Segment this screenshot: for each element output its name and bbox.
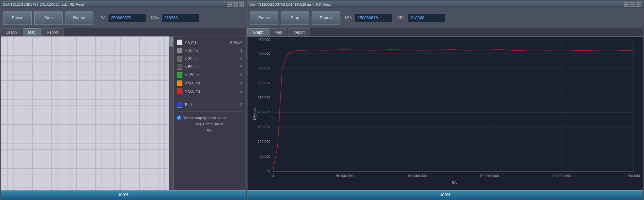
legend-checkbox-row: Disable map dynamic update [177,116,242,120]
title-2: Disk TS128GSSD370S-D314190525 task : RD-… [249,3,330,6]
tab-content-1: < 5 ms 976834 < 10 ms 1 < 20 ms 0 < 50 m… [1,36,246,199]
svg-text:200 000: 200 000 [258,111,270,114]
toolbar-1: Pause Stop Report LBA KB/s [1,8,246,28]
legend-item-over500ms: > 500 ms 0 [177,89,242,94]
tab-report-2[interactable]: Report [288,28,310,36]
tabs-1: Graph Map Report [1,28,246,36]
window-2: Disk TS128GSSD370S-D314190525 task : RD-… [247,1,643,199]
title-bar-buttons-2: — □ ✕ [624,2,641,7]
legend-value-over500ms: 0 [227,89,242,94]
map-area-1: < 5 ms 976834 < 10 ms 1 < 20 ms 0 < 50 m… [1,36,246,190]
legend-queue-label: Map Udate Queue [177,122,242,126]
kbs-input-2[interactable] [408,14,446,22]
legend-value-500ms: 0 [227,81,242,85]
minimize-btn-1[interactable]: — [227,2,232,7]
tab-graph-2[interactable]: Graph [247,28,269,36]
title-bar-1: Disk TS128GSSD370S-D314190525 task : RD-… [1,1,246,8]
svg-text:400 000: 400 000 [258,51,270,55]
legend-item-50ms: < 50 ms 0 [177,64,242,70]
svg-text:50 000: 50 000 [260,154,270,158]
title-bar-2: Disk TS128GSSD370S-D314190525 task : RD-… [247,1,643,8]
stop-button-1[interactable]: Stop [34,11,63,25]
map-legend: < 5 ms 976834 < 10 ms 1 < 20 ms 0 < 50 m… [173,36,246,190]
svg-text:0: 0 [268,169,270,173]
maximize-btn-2[interactable]: □ [630,2,635,7]
legend-item-bads: Bads 0 [177,102,242,108]
legend-value-bads: 0 [227,103,242,107]
legend-queue-percent: 0% [177,128,242,132]
report-button-1[interactable]: Report [65,11,93,25]
title-1: Disk TS128GSSD370S-D314190525 task : RD-… [3,3,84,6]
svg-text:250 000: 250 000 [258,96,270,100]
svg-text:0: 0 [272,174,274,178]
window-1: Disk TS128GSSD370S-D314190525 task : RD-… [1,1,246,199]
tab-map-1[interactable]: Map [23,28,41,36]
tab-map-2[interactable]: Map [269,28,287,36]
svg-text:100 000 000: 100 000 000 [408,174,427,178]
svg-text:200 000 000: 200 000 000 [552,174,571,178]
kbs-input-1[interactable] [161,14,199,22]
pause-button-2[interactable]: Pause [250,11,278,25]
legend-label-5ms: < 5 ms [185,40,224,45]
lba-label-1: LBA [98,16,106,20]
legend-value-50ms: 0 [227,65,242,69]
maximize-btn-1[interactable]: □ [233,2,238,7]
lba-input-1[interactable] [108,14,146,22]
map-scrollbar[interactable] [169,36,173,190]
legend-label-150ms: < 150 ms [185,73,224,77]
close-btn-2[interactable]: ✕ [636,2,641,7]
legend-divider [177,98,242,98]
legend-color-bads [177,102,182,108]
disable-map-label: Disable map dynamic update [183,116,227,120]
lba-label-2: LBA [345,16,352,20]
tab-report-1[interactable]: Report [42,28,64,36]
minimize-btn-2[interactable]: — [624,2,629,7]
graph-container: KBytes/s [247,37,643,190]
legend-item-150ms: < 150 ms 0 [177,72,242,78]
svg-text:350 000: 350 000 [258,66,270,70]
legend-label-500ms: < 500 ms [185,81,224,85]
pause-button-1[interactable]: Pause [3,11,32,25]
legend-label-over500ms: > 500 ms [185,89,224,94]
legend-color-10ms [177,48,182,53]
legend-item-5ms: < 5 ms 976834 [177,40,242,45]
scrollbar-thumb[interactable] [169,37,173,46]
legend-color-20ms [177,56,182,62]
status-bar-1: 100% [1,190,246,199]
status-bar-2: 100% [247,190,643,199]
legend-label-50ms: < 50 ms [185,65,224,69]
svg-text:450 000: 450 000 [258,38,270,41]
kbs-label-2: KB/s [397,16,405,20]
svg-text:250 000: 250 000 [627,174,640,178]
legend-color-500ms [177,80,182,86]
legend-label-10ms: < 10 ms [185,48,224,53]
graph-svg: 0 50 000 100 000 150 000 200 000 250 000… [247,37,643,190]
legend-item-500ms: < 500 ms 0 [177,80,242,86]
svg-text:300 000: 300 000 [258,81,270,85]
title-bar-buttons-1: — □ ✕ [227,2,244,7]
legend-color-50ms [177,64,182,70]
map-grid [1,36,169,190]
lba-input-2[interactable] [355,14,392,22]
legend-label-bads: Bads [185,103,224,107]
svg-text:50 000 000: 50 000 000 [336,174,353,178]
svg-text:100 000: 100 000 [258,140,270,143]
toolbar-2: Pause Stop Report LBA KB/s [247,8,643,28]
status-text-1: 100% [118,192,128,197]
legend-item-10ms: < 10 ms 1 [177,48,242,53]
legend-color-5ms [177,40,182,45]
svg-rect-1 [273,40,634,171]
status-text-2: 100% [440,192,450,197]
close-btn-1[interactable]: ✕ [239,2,244,7]
legend-value-5ms: 976834 [227,40,242,45]
kbs-label-1: KB/s [151,16,159,20]
y-axis-label: KBytes/s [253,107,257,120]
stop-button-2[interactable]: Stop [281,11,309,25]
tabs-2: Graph Map Report [247,28,643,37]
tab-content-2: KBytes/s [247,37,643,199]
legend-value-10ms: 1 [227,48,242,53]
tab-graph-1[interactable]: Graph [1,28,22,36]
disable-map-checkbox[interactable] [177,116,181,120]
report-button-2[interactable]: Report [312,11,340,25]
legend-color-150ms [177,72,182,78]
